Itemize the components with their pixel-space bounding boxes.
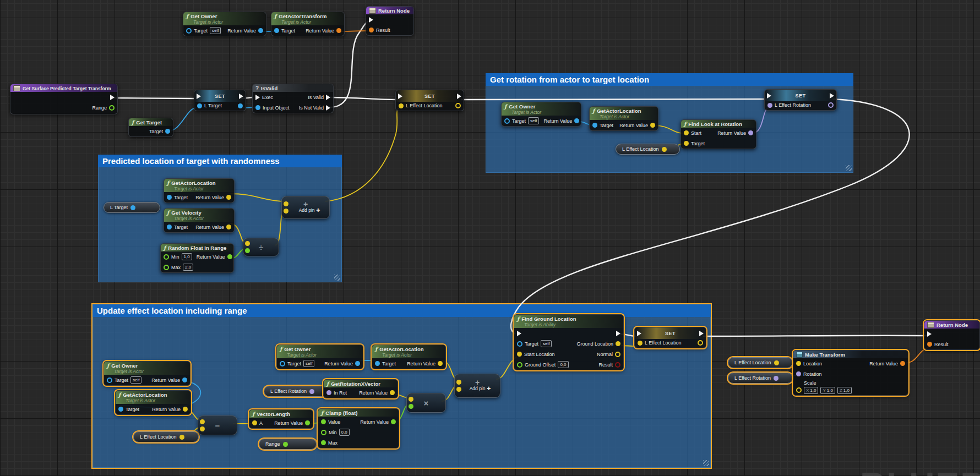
node-get-actor-location-mid[interactable]: ƒGetActorLocationTarget is Actor TargetR… <box>372 344 446 369</box>
add-in1-pin[interactable] <box>284 201 288 206</box>
node-find-look-at-rotation[interactable]: ƒFind Look at Rotation StartReturn Value… <box>680 119 756 149</box>
add-in2-pin[interactable] <box>284 209 288 214</box>
comment-rotation-title[interactable]: Get rotation from actor to target locati… <box>486 73 853 86</box>
blueprint-canvas[interactable]: BLUEPRINTUE Get rotation from actor to t… <box>0 0 980 476</box>
var-out-pin[interactable] <box>283 442 288 447</box>
ground-location-pin[interactable] <box>616 341 620 346</box>
l-effect-location-in-pin[interactable] <box>638 341 643 346</box>
pill-range[interactable]: Range <box>259 439 317 450</box>
a-pin[interactable] <box>252 420 257 425</box>
rotation-pin[interactable] <box>796 371 801 376</box>
self-value-box[interactable]: self <box>210 27 221 34</box>
node-return-top[interactable]: Return Node Result <box>366 6 414 36</box>
target-pin[interactable] <box>167 195 172 200</box>
exec-in-pin[interactable] <box>369 17 373 23</box>
multiply-in2-pin[interactable] <box>409 404 413 409</box>
node-add-predicted[interactable]: +Add pin ✚ <box>281 196 330 219</box>
node-get-actor-location-bottom-left[interactable]: ƒGetActorLocationTarget is Actor TargetR… <box>115 390 191 415</box>
pill-l-effect-rotation-bottom[interactable]: L Effect Rotation <box>264 386 330 397</box>
var-out-pin[interactable] <box>774 376 778 381</box>
max-pin[interactable] <box>164 265 169 270</box>
target-pin[interactable] <box>592 123 597 128</box>
target-pin[interactable] <box>186 28 192 34</box>
target-pin[interactable] <box>504 118 510 124</box>
out-pin[interactable] <box>455 103 461 108</box>
scale-y-box[interactable]: Y1,0 <box>820 387 835 394</box>
node-clamp-float[interactable]: ƒClamp (float) ValueReturn Value Min0,0 … <box>318 408 399 448</box>
return-value-pin[interactable] <box>438 361 443 366</box>
node-get-owner-bottom-left[interactable]: ƒGet OwnerTarget is Actor TargetselfRetu… <box>104 361 190 386</box>
in-rot-pin[interactable] <box>326 390 331 395</box>
min-value-box[interactable]: 1,0 <box>182 253 192 260</box>
result-pin[interactable] <box>369 28 374 32</box>
return-value-pin[interactable] <box>226 195 231 200</box>
out-pin[interactable] <box>698 340 703 346</box>
node-get-owner-top[interactable]: ƒGet OwnerTarget is Actor TargetselfRetu… <box>183 12 266 36</box>
return-value-pin[interactable] <box>336 28 341 33</box>
comment-predicted-title[interactable]: Predicted location of target with random… <box>98 155 342 167</box>
min-pin[interactable] <box>164 254 169 260</box>
exec-out-pin[interactable] <box>110 95 115 100</box>
target-pin[interactable] <box>118 407 123 412</box>
out-pin[interactable] <box>828 102 834 108</box>
target-pin[interactable] <box>107 377 112 383</box>
target-pin[interactable] <box>684 141 689 146</box>
exec-out-pin[interactable] <box>699 331 704 336</box>
scale-pin[interactable] <box>796 387 802 393</box>
self-value-box[interactable]: self <box>303 360 314 367</box>
self-value-box[interactable]: self <box>541 340 552 347</box>
node-get-actor-location-predicted[interactable]: ƒGetActorLocationTarget is Actor TargetR… <box>164 178 235 203</box>
exec-out-pin[interactable] <box>616 331 620 336</box>
return-value-pin[interactable] <box>650 123 655 128</box>
return-value-pin[interactable] <box>900 361 905 366</box>
node-get-owner-mid[interactable]: ƒGet OwnerTarget is Actor TargetselfRetu… <box>276 344 363 369</box>
pill-l-effect-location-bottom-left[interactable]: L Effect Location <box>133 431 199 442</box>
node-event-get-surface-predicted-target-transform[interactable]: Get Surface Predicted Target Transform R… <box>10 84 118 114</box>
result-pin[interactable] <box>927 342 932 347</box>
exec-out-pin[interactable] <box>239 94 243 99</box>
pill-l-effect-rotation-right[interactable]: L Effect Rotation <box>728 373 793 384</box>
node-get-velocity[interactable]: ƒGet VelocityTarget is Actor TargetRetur… <box>164 208 235 233</box>
subtract-in2-pin[interactable] <box>200 426 205 431</box>
exec-in-pin[interactable] <box>398 94 402 99</box>
var-out-pin[interactable] <box>179 435 184 440</box>
var-out-pin[interactable] <box>309 389 314 394</box>
return-value-pin[interactable] <box>183 407 188 412</box>
exec-out-pin[interactable] <box>457 94 461 99</box>
var-out-pin[interactable] <box>662 147 667 152</box>
l-effect-rotation-in-pin[interactable] <box>767 103 772 108</box>
min-value-box[interactable]: 0,0 <box>339 429 350 436</box>
pill-l-effect-location-right[interactable]: L Effect Location <box>728 357 793 368</box>
return-value-pin[interactable] <box>182 377 187 382</box>
target-pin[interactable] <box>375 361 380 366</box>
return-value-pin[interactable] <box>355 361 360 366</box>
input-object-pin[interactable] <box>255 105 260 110</box>
divide-in1-pin[interactable] <box>245 241 250 246</box>
node-set-l-target[interactable]: SET L Target <box>194 90 246 111</box>
normal-pin[interactable] <box>615 352 620 357</box>
return-value-pin[interactable] <box>391 419 396 424</box>
node-get-target[interactable]: ƒGet Target Target <box>128 118 173 137</box>
node-random-float-in-range[interactable]: ƒRandom Float in Range Min1,0Return Valu… <box>160 243 234 273</box>
add-in2-pin[interactable] <box>456 387 461 392</box>
node-set-l-effect-location-top[interactable]: SET L Effect Location <box>395 90 464 111</box>
node-subtract[interactable]: − <box>198 415 237 435</box>
max-value-box[interactable]: 2,0 <box>183 264 193 271</box>
node-add-update[interactable]: +Add pin ✚ <box>454 374 500 398</box>
node-get-actor-location-rotation[interactable]: ƒGetActorLocationTarget is Actor TargetR… <box>589 106 658 131</box>
return-value-pin[interactable] <box>305 420 310 425</box>
value-pin[interactable] <box>321 419 326 424</box>
target-pin[interactable] <box>517 341 522 347</box>
add-pin-button[interactable]: Add pin ✚ <box>462 386 493 392</box>
range-pin[interactable] <box>109 105 115 111</box>
is-valid-exec-pin[interactable] <box>326 95 330 100</box>
divide-in2-pin[interactable] <box>245 248 250 253</box>
node-is-valid[interactable]: ?IsValid ExecIs Valid Input ObjectIs Not… <box>252 84 334 113</box>
node-find-ground-location[interactable]: ƒFind Ground LocationTarget is Ability T… <box>514 314 624 370</box>
location-pin[interactable] <box>796 361 801 366</box>
node-get-rotation-x-vector[interactable]: ƒGetRotationXVector In RotReturn Value <box>323 379 398 398</box>
add-pin-button[interactable]: Add pin ✚ <box>289 207 322 214</box>
node-multiply[interactable]: × <box>406 393 446 413</box>
exec-in-pin[interactable] <box>255 95 260 100</box>
return-value-pin[interactable] <box>227 254 232 259</box>
